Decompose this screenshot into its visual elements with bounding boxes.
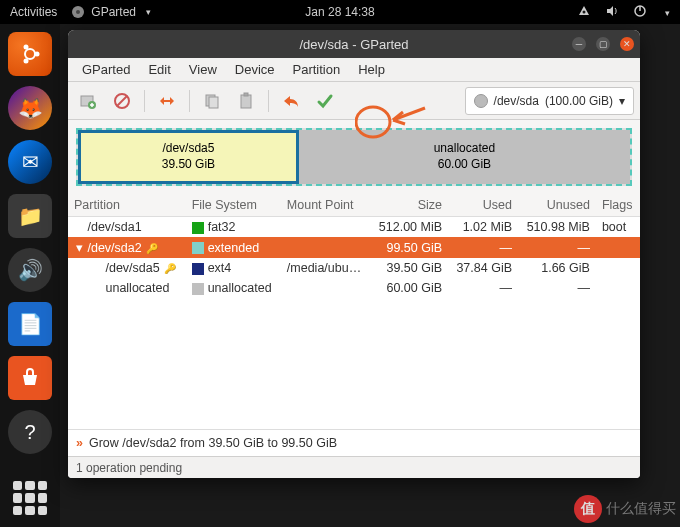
diagram-unallocated[interactable]: unallocated 60.00 GiB — [299, 130, 630, 184]
pending-operations[interactable]: » Grow /dev/sda2 from 39.50 GiB to 99.50… — [68, 429, 640, 456]
device-selector[interactable]: /dev/sda (100.00 GiB) ▾ — [465, 87, 634, 115]
watermark: 值 什么值得买 — [574, 495, 676, 523]
dock-icon-software[interactable] — [8, 356, 52, 400]
dock-icon-files[interactable]: 📁 — [8, 194, 52, 238]
apply-button[interactable] — [311, 87, 339, 115]
system-menu-caret[interactable] — [661, 5, 670, 19]
network-icon[interactable] — [577, 4, 591, 21]
menu-view[interactable]: View — [181, 60, 225, 79]
table-row[interactable]: ▾ /dev/sda2🔑extended99.50 GiB—— — [68, 237, 640, 258]
gparted-icon — [71, 5, 85, 19]
svg-point-5 — [25, 49, 35, 59]
gnome-top-panel: Activities GParted Jan 28 14:38 — [0, 0, 680, 24]
col-filesystem[interactable]: File System — [186, 194, 281, 217]
maximize-button[interactable]: ▢ — [596, 37, 610, 51]
diagram-unalloc-size: 60.00 GiB — [438, 157, 491, 173]
statusbar-text: 1 operation pending — [76, 461, 182, 475]
col-size[interactable]: Size — [370, 194, 448, 217]
col-flags[interactable]: Flags — [596, 194, 640, 217]
col-partition[interactable]: Partition — [68, 194, 186, 217]
paste-button[interactable] — [232, 87, 260, 115]
new-partition-button[interactable] — [74, 87, 102, 115]
menu-partition[interactable]: Partition — [285, 60, 349, 79]
device-name: /dev/sda — [494, 94, 539, 108]
svg-rect-14 — [209, 97, 218, 108]
disk-icon — [474, 94, 488, 108]
delete-partition-button[interactable] — [108, 87, 136, 115]
partition-table[interactable]: Partition File System Mount Point Size U… — [68, 194, 640, 429]
menu-device[interactable]: Device — [227, 60, 283, 79]
menubar: GParted Edit View Device Partition Help — [68, 58, 640, 82]
svg-line-12 — [117, 96, 127, 106]
minimize-button[interactable]: ─ — [572, 37, 586, 51]
pending-op-text: Grow /dev/sda2 from 39.50 GiB to 99.50 G… — [89, 436, 337, 450]
appmenu-button[interactable]: GParted — [71, 5, 151, 19]
svg-point-8 — [24, 59, 29, 64]
appmenu-label: GParted — [91, 5, 136, 19]
toolbar: /dev/sda (100.00 GiB) ▾ — [68, 82, 640, 120]
svg-rect-16 — [244, 93, 248, 96]
table-row[interactable]: /dev/sda5🔑ext4/media/ubu…39.50 GiB37.84 … — [68, 258, 640, 278]
watermark-text: 什么值得买 — [606, 500, 676, 518]
diagram-unalloc-name: unallocated — [434, 141, 495, 157]
grow-icon: » — [76, 436, 83, 450]
power-icon[interactable] — [633, 4, 647, 21]
copy-button[interactable] — [198, 87, 226, 115]
partition-diagram[interactable]: /dev/sda5 39.50 GiB unallocated 60.00 Gi… — [76, 128, 632, 186]
col-used[interactable]: Used — [448, 194, 518, 217]
svg-point-1 — [76, 10, 80, 14]
lock-icon: 🔑 — [146, 243, 158, 254]
volume-icon[interactable] — [605, 4, 619, 21]
svg-point-6 — [35, 52, 40, 57]
show-applications-button[interactable] — [13, 481, 47, 515]
dock-icon-help[interactable]: ? — [8, 410, 52, 454]
close-button[interactable]: ✕ — [620, 37, 634, 51]
menu-gparted[interactable]: GParted — [74, 60, 138, 79]
col-unused[interactable]: Unused — [518, 194, 596, 217]
table-row[interactable]: /dev/sda1fat32512.00 MiB1.02 MiB510.98 M… — [68, 217, 640, 238]
diagram-sda5-name: /dev/sda5 — [162, 141, 214, 157]
lock-icon: 🔑 — [164, 263, 176, 274]
dock-icon-rhythmbox[interactable]: 🔊 — [8, 248, 52, 292]
device-size: (100.00 GiB) — [545, 94, 613, 108]
menu-help[interactable]: Help — [350, 60, 393, 79]
dock: 🦊 ✉ 📁 🔊 📄 ? — [0, 24, 60, 527]
statusbar: 1 operation pending — [68, 456, 640, 478]
svg-point-2 — [583, 10, 586, 13]
watermark-badge: 值 — [574, 495, 602, 523]
gparted-window: /dev/sda - GParted ─ ▢ ✕ GParted Edit Vi… — [68, 30, 640, 478]
chevron-down-icon: ▾ — [619, 94, 625, 108]
table-row[interactable]: unallocatedunallocated60.00 GiB—— — [68, 278, 640, 298]
dock-icon-firefox[interactable]: 🦊 — [8, 86, 52, 130]
dock-icon-ubuntu[interactable] — [8, 32, 52, 76]
svg-point-7 — [24, 45, 29, 50]
window-title: /dev/sda - GParted — [299, 37, 408, 52]
resize-move-button[interactable] — [153, 87, 181, 115]
dock-icon-thunderbird[interactable]: ✉ — [8, 140, 52, 184]
menu-edit[interactable]: Edit — [140, 60, 178, 79]
undo-button[interactable] — [277, 87, 305, 115]
svg-rect-15 — [241, 95, 251, 108]
activities-button[interactable]: Activities — [10, 5, 57, 19]
diagram-sda5[interactable]: /dev/sda5 39.50 GiB — [78, 130, 299, 184]
dock-icon-libreoffice-writer[interactable]: 📄 — [8, 302, 52, 346]
clock[interactable]: Jan 28 14:38 — [305, 5, 374, 19]
col-mountpoint[interactable]: Mount Point — [281, 194, 370, 217]
titlebar[interactable]: /dev/sda - GParted ─ ▢ ✕ — [68, 30, 640, 58]
diagram-sda5-size: 39.50 GiB — [162, 157, 215, 173]
